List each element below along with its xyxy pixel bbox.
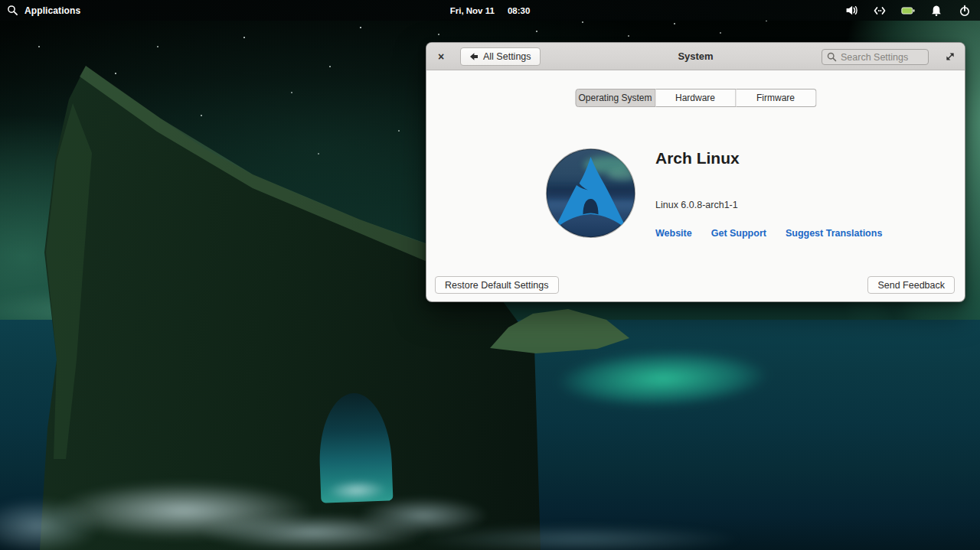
back-arrow-icon <box>469 52 479 61</box>
search-settings-input[interactable] <box>841 50 928 64</box>
fullscreen-expand-icon[interactable] <box>944 50 956 63</box>
search-icon <box>5 4 19 18</box>
view-switcher: Operating System Hardware Firmware <box>575 89 816 107</box>
tab-operating-system[interactable]: Operating System <box>575 89 655 107</box>
applications-menu[interactable]: Applications <box>0 0 80 21</box>
notifications-bell-icon[interactable] <box>929 4 943 18</box>
settings-search[interactable] <box>822 49 929 65</box>
tab-hardware[interactable]: Hardware <box>655 89 736 107</box>
clock-date: Fri, Nov 11 <box>450 6 495 15</box>
power-icon[interactable] <box>958 4 972 18</box>
sea-foam <box>413 525 743 550</box>
website-link[interactable]: Website <box>655 228 692 239</box>
send-feedback-button[interactable]: Send Feedback <box>867 276 955 294</box>
kernel-version: Linux 6.0.8-arch1-1 <box>655 200 738 210</box>
window-title: System <box>678 50 713 62</box>
os-links: Website Get Support Suggest Translations <box>655 228 882 239</box>
os-name-heading: Arch Linux <box>655 149 740 168</box>
window-titlebar[interactable]: × All Settings System <box>426 43 965 70</box>
all-settings-label: All Settings <box>483 51 531 62</box>
clock[interactable]: Fri, Nov 11 08:30 <box>450 6 531 15</box>
restore-defaults-button[interactable]: Restore Default Settings <box>435 276 559 294</box>
tab-firmware[interactable]: Firmware <box>736 89 816 107</box>
battery-icon[interactable] <box>901 4 915 18</box>
arch-linux-logo <box>545 148 636 239</box>
volume-icon[interactable] <box>844 4 858 18</box>
get-support-link[interactable]: Get Support <box>711 228 766 239</box>
suggest-translations-link[interactable]: Suggest Translations <box>786 228 882 239</box>
settings-content: Operating System Hardware Firmware <box>426 70 965 302</box>
clock-time: 08:30 <box>508 6 530 15</box>
settings-window: × All Settings System Operating System <box>426 42 965 302</box>
all-settings-back-button[interactable]: All Settings <box>460 47 541 66</box>
network-icon[interactable] <box>873 4 887 18</box>
search-icon <box>827 52 837 62</box>
close-window-button[interactable]: × <box>434 50 448 63</box>
system-tray <box>844 0 980 21</box>
applications-label: Applications <box>24 5 80 16</box>
top-panel: Applications Fri, Nov 11 08:30 <box>0 0 980 21</box>
